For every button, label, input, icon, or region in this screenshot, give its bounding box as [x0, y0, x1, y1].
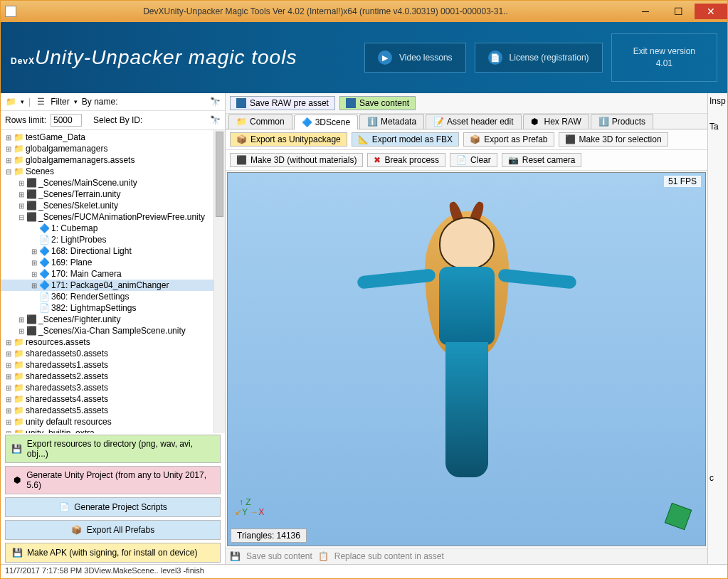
tab-products[interactable]: ℹ️Products — [591, 114, 653, 129]
tree-twisty[interactable]: ⊞ — [29, 270, 38, 278]
fold-icon: 📁 — [13, 405, 24, 415]
tree-twisty[interactable]: ⊞ — [29, 282, 38, 290]
tree-item[interactable]: ⊞⬛_Scenes/Skelet.unity — [1, 200, 225, 211]
make-3d-selection-button[interactable]: ⬛Make 3D for selection — [559, 132, 668, 147]
tree-twisty[interactable]: ⊞ — [4, 145, 13, 153]
search-by-id-icon[interactable]: 🔭 — [209, 115, 221, 126]
export-unitypackage-button[interactable]: 📦Export as Unitypackage — [230, 132, 347, 147]
save-sub-label[interactable]: Save sub content — [246, 551, 312, 561]
unity-icon: ⬛ — [26, 178, 37, 188]
orientation-gizmo[interactable] — [661, 501, 695, 536]
tree-item[interactable]: ⊞📁unity default resources — [1, 416, 225, 427]
tree-twisty[interactable]: ⊞ — [29, 259, 38, 267]
save-content-button[interactable]: Save content — [339, 96, 416, 110]
tree-twisty[interactable]: ⊞ — [4, 156, 13, 164]
tab-3dscene[interactable]: 🔷3DScene — [294, 115, 358, 129]
tree-item[interactable]: ⊞📁globalgamemanagers — [1, 143, 225, 154]
rows-limit-input[interactable] — [51, 114, 82, 127]
new-version-box[interactable]: Exit new version 4.01 — [611, 33, 717, 82]
tree-item[interactable]: ⊞📁unity_builtin_extra — [1, 427, 225, 433]
tree-item[interactable]: ⊞🔷168: Directional Light — [1, 245, 225, 257]
tree-twisty[interactable]: ⊞ — [29, 248, 38, 255]
export-fbx-button[interactable]: 📐Export model as FBX — [352, 132, 459, 147]
tree-item[interactable]: ⊞⬛_Scenes/MainScene.unity — [1, 177, 225, 188]
tree-item[interactable]: ⊞📁sharedassets3.assets — [1, 382, 225, 393]
generate-unity-button[interactable]: ⬢ Generate Unity Project (from any to Un… — [5, 466, 221, 494]
replace-sub-label[interactable]: Replace sub content in asset — [334, 551, 444, 561]
reset-camera-button[interactable]: 📷Reset camera — [502, 153, 582, 167]
tree-item[interactable]: ⊞⬛_Scenes/Xia-Chan SampleScene.unity — [1, 325, 225, 336]
tab-icon: 🔷 — [302, 117, 312, 127]
tree-item[interactable]: ⊞⬛_Scenes/Terrain.unity — [1, 188, 225, 200]
tree-item[interactable]: ⊟📁Scenes — [1, 166, 225, 177]
tree-twisty[interactable]: ⊞ — [16, 316, 26, 324]
tree-item[interactable]: ⊞📁testGame_Data — [1, 132, 225, 143]
tab-hex-raw[interactable]: ⬢Hex RAW — [523, 114, 589, 129]
tree-twisty[interactable]: ⊞ — [4, 384, 13, 392]
tree-item[interactable]: ⊞📁sharedassets2.assets — [1, 371, 225, 382]
tree-item[interactable]: ⊞📁sharedassets1.assets — [1, 359, 225, 371]
tree-twisty[interactable]: ⊞ — [4, 373, 13, 381]
tree-item[interactable]: ⊞🔷169: Plane — [1, 257, 225, 268]
license-button[interactable]: 📄 License (registration) — [475, 43, 603, 73]
tree-item[interactable]: 📄2: LightProbes — [1, 234, 225, 245]
tree-twisty[interactable]: ⊞ — [4, 361, 13, 369]
tree-item[interactable]: ⊞📁resources.assets — [1, 336, 225, 348]
clear-button[interactable]: 📄Clear — [450, 153, 497, 167]
tree-twisty[interactable]: ⊞ — [16, 202, 26, 210]
tree-item[interactable]: ⊞📁sharedassets4.assets — [1, 393, 225, 405]
asset-tree[interactable]: ⊞📁testGame_Data⊞📁globalgamemanagers⊞📁glo… — [1, 130, 225, 433]
tree-twisty[interactable]: ⊞ — [4, 350, 13, 358]
tree-label: _Scenes/Fighter.unity — [38, 314, 120, 324]
close-button[interactable]: ✕ — [695, 4, 727, 19]
tree-twisty[interactable]: ⊞ — [4, 418, 13, 426]
tree-item[interactable]: 📄382: LightmapSettings — [1, 302, 225, 314]
export-resources-button[interactable]: 💾 Export resources to directory (png, wa… — [5, 435, 221, 463]
tree-item[interactable]: ⊞📁sharedassets0.assets — [1, 348, 225, 359]
tree-item[interactable]: ⊞⬛_Scenes/Fighter.unity — [1, 314, 225, 325]
tree-twisty[interactable]: ⊞ — [4, 395, 13, 403]
make-apk-button[interactable]: 💾 Make APK (with signing, for install on… — [5, 543, 221, 563]
tree-label: 168: Directional Light — [51, 246, 132, 256]
export-prefab-button[interactable]: 📦Export as Prefab — [463, 132, 554, 147]
tree-twisty[interactable]: ⊞ — [16, 327, 26, 335]
tree-twisty[interactable]: ⊞ — [4, 134, 13, 142]
tree-twisty[interactable]: ⊞ — [4, 339, 13, 346]
break-process-button[interactable]: ✖Break process — [367, 153, 445, 167]
video-lessons-button[interactable]: ▶ Video lessons — [364, 43, 466, 73]
tree-scrollbar[interactable] — [213, 130, 225, 433]
new-version-label: Exit new version — [633, 46, 695, 58]
tree-twisty[interactable]: ⊟ — [4, 168, 13, 176]
tree-twisty[interactable]: ⊞ — [4, 430, 13, 434]
unity-icon: ⬛ — [26, 189, 37, 199]
filter-label: Filter — [51, 97, 70, 107]
minimize-button[interactable]: ─ — [629, 4, 662, 19]
tree-item[interactable]: 📄360: RenderSettings — [1, 291, 225, 302]
tree-item[interactable]: ⊞🔷170: Main Camera — [1, 268, 225, 280]
search-icon[interactable]: 🔭 — [209, 96, 221, 107]
tab-common[interactable]: 📁Common — [228, 114, 292, 129]
make-3d-nomat-button[interactable]: ⬛Make 3D (without materials) — [230, 153, 363, 167]
export-prefabs-button[interactable]: 📦 Export All Prefabs — [5, 520, 221, 540]
tree-item[interactable]: ⊞🔷171: Package04_animChanger — [1, 280, 225, 291]
content-tabs: 📁Common🔷3DSceneℹ️Metadata📝Asset header e… — [226, 114, 707, 129]
tab-metadata[interactable]: ℹ️Metadata — [359, 114, 424, 129]
maximize-button[interactable]: ☐ — [662, 4, 695, 19]
tree-item[interactable]: 🔷1: Cubemap — [1, 223, 225, 234]
tree-item[interactable]: ⊟⬛_Scenes/FUCMAnimationPreviewFree.unity — [1, 211, 225, 223]
tree-label: _Scenes/Skelet.unity — [38, 201, 118, 211]
tree-twisty[interactable]: ⊞ — [4, 407, 13, 415]
3d-viewport[interactable]: 51 FPS ↑ Z ↙Y →X Triangles: 14136 — [227, 172, 706, 546]
tab-asset-header-edit[interactable]: 📝Asset header edit — [426, 114, 521, 129]
generate-scripts-button[interactable]: 📄 Generate Project Scripts — [5, 497, 221, 517]
save-content-label: Save content — [359, 98, 409, 108]
save-raw-button[interactable]: Save RAW pre asset — [230, 96, 335, 110]
tree-item[interactable]: ⊞📁sharedassets5.assets — [1, 405, 225, 416]
open-folder-icon[interactable]: 📁 — [5, 96, 16, 107]
tree-item[interactable]: ⊞📁globalgamemanagers.assets — [1, 154, 225, 166]
tree-twisty[interactable]: ⊞ — [16, 191, 26, 198]
tree-label: sharedassets1.assets — [26, 360, 108, 370]
filter-icon[interactable]: ☰ — [35, 96, 46, 107]
tree-twisty[interactable]: ⊞ — [16, 179, 26, 187]
tree-twisty[interactable]: ⊟ — [16, 213, 26, 221]
